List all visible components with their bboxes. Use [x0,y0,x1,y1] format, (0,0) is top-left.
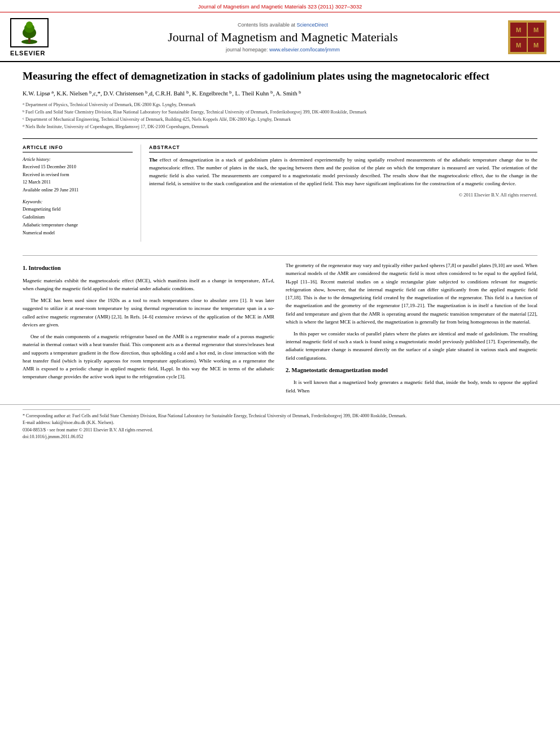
keywords-block: Keywords: Demagnetizing field Gadolinium… [23,199,133,237]
available-date: Available online 29 June 2011 [23,187,133,194]
article-info-column: ARTICLE INFO Article history: Received 1… [23,145,141,242]
article-info-label: ARTICLE INFO [23,145,133,152]
jmmm-q2: M [528,23,544,37]
elsevier-logo: ELSEVIER [10,18,61,56]
body-content: 1. Introduction Magnetic materials exhib… [0,261,560,399]
top-bar: Journal of Magnetism and Magnetic Materi… [0,0,560,12]
abstract-first-word: The [149,157,158,163]
footnote-star: * Corresponding author at: Fuel Cells an… [23,413,537,420]
abstract-body: effect of demagnetization in a stack of … [149,157,537,186]
section1-right-para1: The geometry of the regenerator may vary… [286,261,537,326]
footnote-doi: doi:10.1016/j.jmmm.2011.06.052 [23,434,537,440]
keyword-1: Demagnetizing field [23,206,133,213]
history-label: Article history: [23,156,133,164]
footnote-divider [23,409,90,410]
revised-label: Received in revised form [23,172,133,179]
keyword-3: Adiabatic temperature change [23,221,133,229]
journal-title-block: Contents lists available at ScienceDirec… [61,22,505,53]
body-right-column: The geometry of the regenerator may vary… [286,261,537,399]
jmmm-logo: M M M M [505,20,550,54]
article-info-abstract: ARTICLE INFO Article history: Received 1… [23,138,537,242]
sciencedirect-line: Contents lists available at ScienceDirec… [67,22,499,28]
svg-point-4 [26,21,33,28]
section1-para2: The MCE has been used since the 1920s as… [23,296,274,329]
keywords-list: Demagnetizing field Gadolinium Adiabatic… [23,206,133,237]
keywords-label: Keywords: [23,199,133,206]
jmmm-q1: M [510,23,527,37]
article-history: Article history: Received 15 December 20… [23,156,133,194]
copyright-notice: © 2011 Elsevier B.V. All rights reserved… [149,192,537,198]
body-left-column: 1. Introduction Magnetic materials exhib… [23,261,274,399]
journal-citation: Journal of Magnetism and Magnetic Materi… [198,3,362,10]
jmmm-q4: M [528,38,544,52]
section1-right-para2: In this paper we consider stacks of para… [286,330,537,362]
affiliation-d: ᵈ Niels Bohr Institute, University of Co… [23,124,537,131]
jmmm-q3: M [510,38,527,52]
abstract-text: The effect of demagnetization in a stack… [149,156,537,188]
authors-line: K.W. Lipsø ᵃ, K.K. Nielsen ᵇ,c,*, D.V. C… [23,89,537,99]
journal-homepage-link[interactable]: www.elsevier.com/locate/jmmm [269,47,340,53]
section1-heading: 1. Introduction [23,264,274,273]
received-date: Received 15 December 2010 [23,164,133,171]
jmmm-logo-box: M M M M [508,20,546,54]
article-content: Measuring the effect of demagnetization … [0,62,560,247]
footnotes: * Corresponding author at: Fuel Cells an… [0,404,560,443]
affiliation-a: ᵃ Department of Physics, Technical Unive… [23,102,537,109]
journal-header: ELSEVIER Contents lists available at Sci… [0,12,560,62]
section1-para3: One of the main components of a magnetic… [23,333,274,381]
footnote-issn: 0304-8853/$ - see front matter © 2011 El… [23,427,537,434]
article-title: Measuring the effect of demagnetization … [23,69,537,84]
elsevier-tree-icon [10,18,49,47]
abstract-label: ABSTRACT [149,145,537,152]
affiliation-c: ᶜ Department of Mechanical Engineering, … [23,116,537,124]
keyword-2: Gadolinium [23,213,133,221]
section2-heading: 2. Magnetostatic demagnetization model [286,366,537,375]
affiliation-b: ᵇ Fuel Cells and Solid State Chemistry D… [23,109,537,116]
section-divider [23,255,537,256]
footnote-email: E-mail address: kaki@risoe.dtu.dk (K.K. … [23,420,537,426]
abstract-column: ABSTRACT The effect of demagnetization i… [149,145,537,242]
journal-homepage-line: journal homepage: www.elsevier.com/locat… [67,47,499,53]
sciencedirect-link[interactable]: ScienceDirect [297,22,329,28]
keyword-4: Numerical model [23,229,133,237]
section2-para1: It is well known that a magnetized body … [286,378,537,394]
elsevier-wordmark: ELSEVIER [10,50,45,56]
affiliations-block: ᵃ Department of Physics, Technical Unive… [23,102,537,130]
section1-para1: Magnetic materials exhibit the magnetoca… [23,277,274,292]
revised-date: 12 March 2011 [23,179,133,186]
journal-name: Journal of Magnetism and Magnetic Materi… [67,30,499,45]
